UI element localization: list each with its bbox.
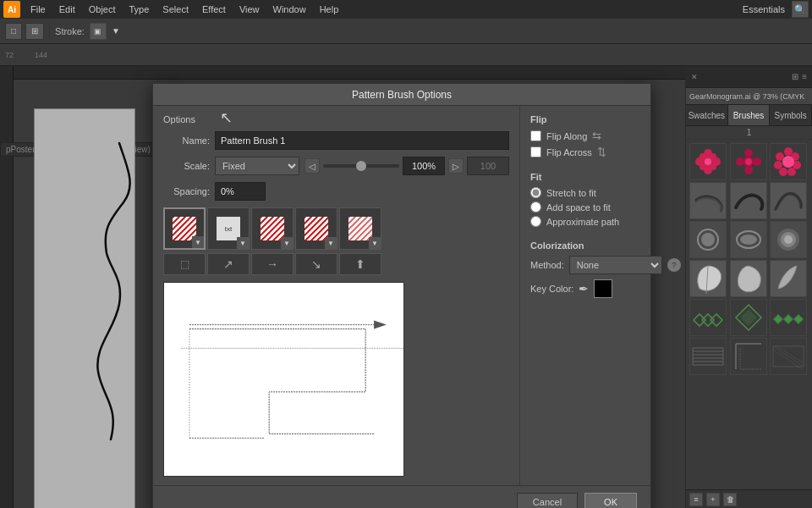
- panel-delete-btn[interactable]: 🗑: [723, 493, 737, 506]
- brush-flower-1: [691, 145, 725, 179]
- menu-file[interactable]: File: [24, 0, 52, 19]
- tile-5-dropdown[interactable]: ▼: [369, 237, 381, 249]
- spacing-input[interactable]: [215, 182, 266, 201]
- panel-menu-btn[interactable]: ≡: [689, 493, 703, 506]
- menubar: Ai File Edit Object Type Select Effect V…: [0, 0, 812, 19]
- scale-value-input[interactable]: [403, 157, 445, 175]
- brush-item-18[interactable]: [770, 338, 807, 375]
- tile-selector-3[interactable]: ▼: [251, 207, 294, 250]
- tile-selector-1[interactable]: ▼: [163, 207, 206, 250]
- arrow-tile-2[interactable]: ↗: [207, 253, 250, 275]
- brush-stripe-1: [691, 340, 725, 373]
- doc-tab2[interactable]: GearMonogram.ai @ 73% (CMYK: [686, 88, 812, 105]
- panel-icon1[interactable]: ⊞: [792, 72, 798, 81]
- open-btn[interactable]: ⊞: [25, 23, 44, 40]
- tab-swatches[interactable]: Swatches: [686, 105, 728, 125]
- brush-item-14[interactable]: [730, 299, 767, 336]
- arrow-tile-3[interactable]: →: [251, 253, 294, 275]
- brush-diamond-1: [691, 301, 725, 334]
- fit-header: Fit: [530, 172, 681, 182]
- search-btn[interactable]: 🔍: [792, 1, 809, 18]
- method-select[interactable]: None Tints Tints and Shades Hue Shift: [569, 256, 662, 274]
- flip-along-checkbox[interactable]: [530, 130, 541, 141]
- arrow-tile-5[interactable]: ⬆: [339, 253, 381, 275]
- panel-close-x[interactable]: ✕: [691, 73, 698, 81]
- tile-selector-2[interactable]: txt ▼: [207, 207, 250, 250]
- brush-stripe-2: [732, 340, 765, 373]
- arrow-tile-4[interactable]: ↘: [295, 253, 337, 275]
- scale-row: Scale: Fixed Random Pressure ◁: [163, 157, 509, 175]
- svg-point-29: [701, 233, 715, 246]
- divider: [49, 23, 50, 40]
- flip-across-checkbox[interactable]: [530, 146, 541, 157]
- name-input[interactable]: [215, 131, 509, 150]
- colorization-info-icon[interactable]: ?: [667, 258, 681, 272]
- approx-radio[interactable]: [530, 216, 541, 227]
- eyedropper-icon[interactable]: ✒: [579, 282, 589, 295]
- scale-slider-thumb[interactable]: [356, 161, 366, 171]
- brush-item-16[interactable]: [689, 338, 727, 375]
- brush-item-4[interactable]: [689, 182, 727, 219]
- main-toolbar: □ ⊞ Stroke: ▣ ▼: [0, 19, 812, 44]
- flip-along-row: Flip Along ⇆: [530, 130, 681, 142]
- brush-item-15[interactable]: [770, 299, 807, 336]
- stroke-color[interactable]: ▣: [90, 23, 107, 40]
- tile-3-dropdown[interactable]: ▼: [281, 237, 293, 249]
- preview-svg: [164, 283, 403, 476]
- new-doc-btn[interactable]: □: [5, 23, 22, 40]
- tab-symbols[interactable]: Symbols: [770, 105, 812, 125]
- dialog-footer: Cancel OK: [153, 485, 650, 508]
- brush-item-5[interactable]: [730, 182, 767, 219]
- brush-item-9[interactable]: [770, 221, 807, 258]
- brush-item-3[interactable]: [770, 143, 807, 180]
- brush-item-10[interactable]: [689, 260, 727, 297]
- right-side-panel: ✕ ⊞ ≡ GearMonogram.ai @ 73% (CMYK Swatch…: [685, 66, 812, 508]
- tile-4-dropdown[interactable]: ▼: [325, 237, 337, 249]
- panel-new-btn[interactable]: +: [706, 493, 720, 506]
- brush-item-11[interactable]: [730, 260, 767, 297]
- panel-icon2[interactable]: ≡: [802, 72, 807, 81]
- key-color-swatch[interactable]: [594, 279, 612, 298]
- tile-2-dropdown[interactable]: ▼: [237, 237, 249, 249]
- brush-item-7[interactable]: [689, 221, 727, 258]
- brush-item-8[interactable]: [730, 221, 767, 258]
- menu-select[interactable]: Select: [156, 0, 195, 19]
- brush-item-12[interactable]: [770, 260, 807, 297]
- svg-point-23: [787, 168, 796, 176]
- menu-edit[interactable]: Edit: [52, 0, 82, 19]
- arrow-tile-1[interactable]: ⬚: [163, 253, 206, 275]
- brush-preview-area: [163, 282, 404, 477]
- menu-view[interactable]: View: [233, 0, 266, 19]
- svg-point-25: [774, 161, 782, 169]
- menu-effect[interactable]: Effect: [195, 0, 233, 19]
- scale-slider-track[interactable]: [323, 164, 399, 168]
- brush-item-17[interactable]: [730, 338, 767, 375]
- ok-button[interactable]: OK: [584, 493, 637, 508]
- tile-1-dropdown[interactable]: ▼: [192, 236, 204, 248]
- brush-item-13[interactable]: [689, 299, 727, 336]
- cancel-button[interactable]: Cancel: [517, 493, 578, 508]
- brush-item-6[interactable]: [770, 182, 807, 219]
- menu-window[interactable]: Window: [266, 0, 313, 19]
- flip-across-icon: ⇅: [597, 146, 606, 158]
- spacing-label: Spacing:: [163, 186, 210, 196]
- svg-point-18: [753, 157, 761, 166]
- svg-point-24: [779, 168, 787, 176]
- menu-help[interactable]: Help: [313, 0, 346, 19]
- add-space-radio[interactable]: [530, 202, 541, 213]
- tab-brushes[interactable]: Brushes: [728, 105, 771, 125]
- menu-type[interactable]: Type: [123, 0, 156, 19]
- essentials-label: Essentials: [736, 4, 792, 14]
- stretch-radio[interactable]: [530, 187, 541, 198]
- stroke-arrow[interactable]: ▼: [110, 23, 122, 40]
- scale-value-disabled-input: [467, 157, 509, 175]
- ruler-numbers: 72 144: [5, 51, 47, 59]
- scale-left-arrow[interactable]: ◁: [304, 158, 320, 174]
- menu-object[interactable]: Object: [82, 0, 123, 19]
- brush-item-2[interactable]: [730, 143, 767, 180]
- tile-selector-4[interactable]: ▼: [295, 207, 337, 250]
- scale-type-select[interactable]: Fixed Random Pressure: [215, 157, 299, 175]
- tile-selector-5[interactable]: ▼: [339, 207, 381, 250]
- brush-item-1[interactable]: [689, 143, 727, 180]
- scale-right-arrow[interactable]: ▷: [448, 158, 464, 174]
